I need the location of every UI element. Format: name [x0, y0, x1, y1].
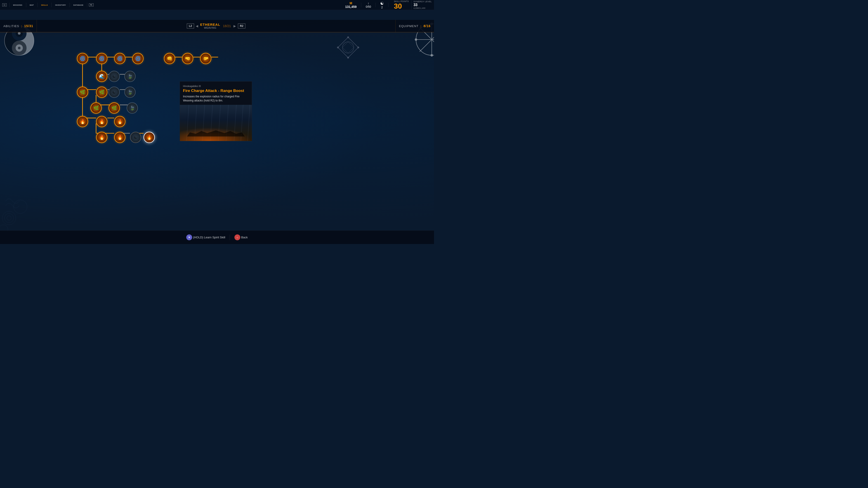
- nav-missions[interactable]: MISSIONS: [11, 4, 24, 6]
- skill-node-tornado-3[interactable]: 🌀: [114, 53, 125, 64]
- action-back-label: Back: [241, 236, 248, 239]
- skill-node-firecharge-1[interactable]: 🔥: [96, 132, 107, 143]
- tooltip-header: Hinokagabiko III Fire Charge Attack - Ra…: [180, 82, 252, 95]
- left-decoration-pattern: [0, 167, 31, 235]
- l2-button[interactable]: L2: [187, 24, 194, 29]
- abilities-count: 15/31: [24, 24, 33, 28]
- fist-2-icon: 🤜: [185, 56, 191, 61]
- skill-points-box: SKILL POINTS 30: [394, 0, 409, 10]
- equipment-label: EQUIPMENT: [399, 24, 418, 28]
- synergy-sub: 4,288/11,400: [413, 7, 426, 9]
- sub-1-icon: 🌊: [99, 74, 105, 79]
- o-button[interactable]: ○: [235, 234, 240, 240]
- synergy-value: 33: [413, 3, 417, 7]
- section-subtitle: WEAVING: [200, 26, 220, 29]
- skill-node-fire-2[interactable]: 🔥: [96, 116, 107, 127]
- hud-section: M 131,459 ↑ 0/50 ☯ 2 SKILL POINTS 30 SYN…: [345, 0, 432, 10]
- yinyang-icon: ☯: [380, 1, 384, 6]
- tooltip-subtitle: Hinokagabiko III: [183, 85, 249, 88]
- skill-node-sub-3[interactable]: 🍃: [124, 71, 135, 82]
- skill-node-leaf-4[interactable]: 🍃: [124, 87, 135, 98]
- subnav-abilities: ABILITIES | 15/31: [0, 20, 37, 32]
- tooltip-title: Fire Charge Attack - Range Boost: [183, 89, 249, 93]
- abilities-divider: |: [21, 24, 22, 28]
- top-navigation: L1 MISSIONS MAP SKILLS INVENTORY DATABAS…: [0, 0, 434, 10]
- nav-separator-1: [9, 3, 10, 7]
- firecharge-2-icon: 🔥: [117, 135, 123, 140]
- nav-separator-2: [26, 3, 26, 7]
- synergy-box: SYNERGY LEVEL 33 4,288/11,400: [412, 0, 432, 9]
- skill-node-fist-3[interactable]: 🤛: [200, 53, 211, 64]
- skill-node-tornado-1[interactable]: 🌀: [77, 53, 88, 64]
- skill-node-fist-2[interactable]: 🤜: [182, 53, 193, 64]
- money-value: 131,459: [345, 5, 357, 8]
- skill-node-sub-1[interactable]: 🌊: [96, 71, 107, 82]
- skill-node-firecharge-2[interactable]: 🔥: [114, 132, 125, 143]
- explore-icon: ↑: [368, 2, 369, 5]
- hud-money: M 131,459: [345, 1, 357, 8]
- tornado-4-icon: 🌀: [135, 56, 141, 61]
- svg-point-54: [4, 214, 13, 223]
- explore-value: 0/50: [366, 5, 371, 8]
- x-button[interactable]: ✕: [186, 234, 192, 240]
- subnav-center: L2 ◀ ETHEREAL WEAVING 18/21 ▶ R2: [37, 20, 396, 32]
- skill-node-tornado-4[interactable]: 🌀: [132, 53, 144, 64]
- r2-button[interactable]: R2: [238, 24, 245, 29]
- skill-node-firecharge-4[interactable]: 🔥: [144, 132, 155, 143]
- skill-node-fist-1[interactable]: 👊: [164, 53, 175, 64]
- nav-arrow-left: ◀: [196, 24, 198, 28]
- hud-separator-1: [361, 3, 362, 7]
- fist-1-icon: 👊: [167, 56, 173, 61]
- nav-separator-6: [87, 3, 87, 7]
- skill-node-r3-2[interactable]: 🌿: [108, 102, 120, 113]
- leaf-1-icon: 🌿: [80, 90, 86, 95]
- r1-button[interactable]: R1: [89, 3, 94, 6]
- r3-3-icon: 🍃: [129, 105, 135, 111]
- synergy-label: SYNERGY LEVEL: [413, 0, 432, 3]
- fire-1-icon: 🔥: [80, 119, 86, 124]
- sub-3-icon: 🍃: [127, 74, 133, 79]
- leaf-3-icon: ☯: [112, 90, 116, 95]
- nav-database[interactable]: DATABASE: [71, 4, 85, 6]
- bottom-bar: ✕ (HOLD) Learn Spirit Skill ○ Back: [0, 230, 434, 244]
- skill-node-leaf-2[interactable]: 🌿: [96, 87, 107, 98]
- l1-button[interactable]: L1: [2, 3, 7, 6]
- equipment-divider: |: [421, 24, 421, 28]
- sub-2-icon: ☯: [112, 74, 116, 79]
- tornado-3-icon: 🌀: [117, 56, 123, 61]
- tooltip-description: Increases the explosion radius for charg…: [180, 94, 252, 105]
- skill-node-r3-1[interactable]: 🌿: [90, 102, 102, 113]
- nav-map[interactable]: MAP: [28, 4, 35, 6]
- action-back: ○ Back: [235, 234, 248, 240]
- equipment-count: 8/16: [424, 24, 431, 28]
- section-count: 18/21: [223, 24, 231, 28]
- skill-node-fire-1[interactable]: 🔥: [77, 116, 88, 127]
- nav-inventory[interactable]: INVENTORY: [53, 4, 68, 6]
- firecharge-3-icon: ☯: [133, 135, 138, 140]
- skill-node-fire-3[interactable]: 🔥: [114, 116, 125, 127]
- subnav-equipment: EQUIPMENT | 8/16: [396, 20, 434, 32]
- skill-node-sub-2[interactable]: ☯: [108, 71, 120, 82]
- money-icon: M: [349, 1, 352, 5]
- yinyang-value: 2: [381, 6, 383, 9]
- firecharge-4-icon: 🔥: [147, 135, 152, 140]
- skill-node-leaf-3[interactable]: ☯: [108, 87, 120, 98]
- hud-separator-3: [388, 3, 389, 7]
- r3-1-icon: 🌿: [93, 105, 99, 111]
- nav-skills[interactable]: SKILLS: [39, 4, 50, 6]
- section-title: ETHEREAL: [200, 23, 220, 26]
- hud-separator-2: [375, 3, 376, 7]
- svg-point-55: [7, 216, 11, 220]
- svg-point-56: [13, 200, 27, 214]
- skill-node-firecharge-3[interactable]: ☯: [130, 132, 141, 143]
- tooltip-panel: Hinokagabiko III Fire Charge Attack - Ra…: [180, 81, 252, 141]
- skill-node-tornado-2[interactable]: 🌀: [96, 53, 107, 64]
- skill-node-r3-3[interactable]: 🍃: [127, 102, 138, 113]
- sub-navigation: ABILITIES | 15/31 L2 ◀ ETHEREAL WEAVING …: [0, 20, 434, 32]
- fist-3-icon: 🤛: [203, 56, 209, 61]
- right-decoration: [402, 167, 434, 235]
- section-title-container: ETHEREAL WEAVING: [200, 23, 220, 29]
- skill-node-leaf-1[interactable]: 🌿: [77, 87, 88, 98]
- nav-arrow-right: ▶: [234, 24, 236, 28]
- leaf-2-icon: 🌿: [99, 90, 105, 95]
